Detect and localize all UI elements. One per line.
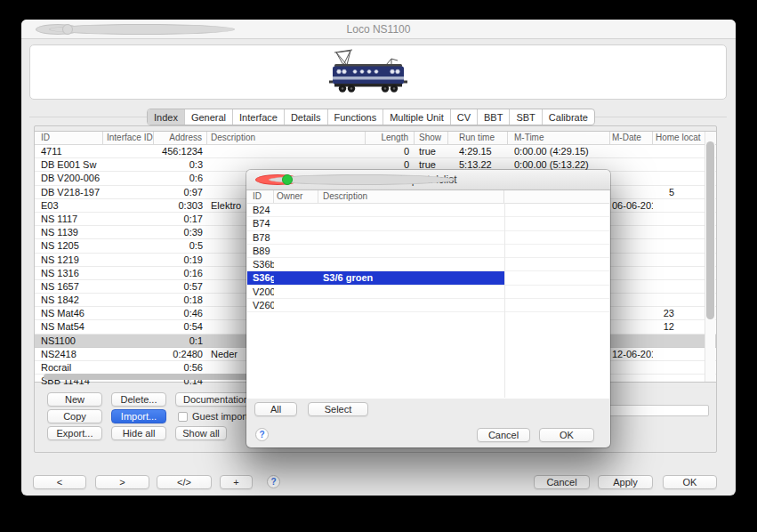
cell-interface_id: [103, 307, 154, 319]
cell-owner: [274, 271, 318, 284]
col-header-m-time[interactable]: M-Time: [508, 132, 610, 144]
vertical-scrollbar-thumb[interactable]: [706, 141, 714, 319]
cell-description: [318, 217, 504, 230]
col-header-run-time[interactable]: Run time: [448, 132, 508, 144]
export-button[interactable]: Export...: [47, 426, 102, 440]
cell-home: 12: [653, 320, 708, 333]
cell-m_date: [610, 280, 653, 293]
cell-owner: [274, 245, 318, 257]
cell-id: B78: [247, 231, 274, 244]
import-list-row[interactable]: B74: [247, 217, 609, 230]
dialog-ok-button[interactable]: OK: [539, 428, 594, 442]
cell-address: 0:18: [154, 294, 207, 306]
dialog-titlebar[interactable]: Import: lclist: [246, 170, 610, 190]
cell-home: 23: [653, 307, 708, 319]
dialog-help-button[interactable]: ?: [255, 428, 269, 441]
cell-m_date: [610, 267, 653, 279]
dialog-zoom-button[interactable]: [282, 174, 293, 185]
col-header-description[interactable]: Description: [207, 132, 366, 144]
cell-m_date: [610, 307, 653, 319]
dialog-minimize-button[interactable]: [269, 174, 455, 185]
dialog-cancel-button[interactable]: Cancel: [477, 428, 530, 442]
cell-interface_id: [103, 348, 154, 360]
tab-sbt[interactable]: SBT: [510, 109, 542, 125]
loco-table-row[interactable]: 4711456:12340true4:29.150:00.00 (4:29.15…: [35, 145, 716, 158]
col-header-interface-id[interactable]: Interface ID: [103, 132, 154, 144]
col-header-m-date[interactable]: M-Date: [610, 132, 653, 144]
cell-id: 4711: [35, 145, 103, 157]
select-button[interactable]: Select: [308, 402, 368, 416]
loco-image-panel: [29, 44, 727, 100]
tab-cv[interactable]: CV: [451, 109, 478, 125]
tab-bbt[interactable]: BBT: [478, 109, 510, 125]
apply-button[interactable]: Apply: [598, 475, 653, 489]
ok-button[interactable]: OK: [663, 475, 717, 489]
tab-interface[interactable]: Interface: [233, 109, 285, 125]
cell-id: E03: [35, 199, 103, 212]
cell-id: NS1100: [35, 335, 103, 347]
import-button[interactable]: Import...: [111, 409, 166, 423]
tab-details[interactable]: Details: [285, 109, 328, 125]
col-header-address[interactable]: Address: [154, 132, 207, 144]
cell-m_date: [610, 145, 653, 157]
vertical-scrollbar[interactable]: [705, 132, 715, 382]
cell-id: NS2418: [35, 348, 103, 360]
loco-table-header: ID Interface ID Address Description Leng…: [35, 132, 716, 145]
zoom-button[interactable]: [62, 24, 73, 35]
import-list-row[interactable]: S36b: [247, 258, 609, 271]
tab-functions[interactable]: Functions: [328, 109, 384, 125]
tab-general[interactable]: General: [185, 109, 233, 125]
col-header-length[interactable]: Length: [366, 132, 415, 144]
cell-m_date: 12-06-2015: [610, 348, 653, 360]
cell-m_date: [610, 186, 653, 198]
cell-description: [318, 258, 504, 270]
cell-length: 0: [366, 145, 415, 157]
col-header-description[interactable]: Description: [318, 190, 504, 203]
cell-description: [318, 286, 504, 298]
import-list-row[interactable]: B78: [247, 231, 609, 245]
import-list-row[interactable]: V200: [247, 286, 609, 299]
col-header-home-location[interactable]: Home locat: [653, 132, 708, 144]
cell-interface_id: [103, 335, 154, 347]
col-header-show[interactable]: Show: [415, 132, 448, 144]
minimize-button[interactable]: [49, 24, 235, 35]
cell-description: [318, 299, 504, 311]
delete-button[interactable]: Delete...: [111, 392, 166, 407]
add-button[interactable]: +: [220, 475, 253, 489]
tab-index[interactable]: Index: [148, 109, 185, 125]
tab-multiple-unit[interactable]: Multiple Unit: [383, 109, 451, 125]
tab-calibrate[interactable]: Calibrate: [543, 109, 594, 125]
cell-id: S36g: [247, 271, 274, 284]
window-titlebar[interactable]: Loco NS1100: [21, 20, 736, 39]
cell-m_date: [610, 213, 653, 225]
documentation-button[interactable]: Documentation: [175, 392, 257, 407]
col-header-id[interactable]: ID: [35, 132, 103, 144]
cancel-button[interactable]: Cancel: [534, 475, 590, 489]
prev-button[interactable]: <: [33, 475, 86, 489]
cell-interface_id: [103, 186, 154, 198]
cell-owner: [274, 258, 318, 270]
cell-run_time: 4:29.15: [448, 145, 508, 157]
import-list-row[interactable]: S36gS3/6 groen: [247, 271, 609, 285]
import-list-row[interactable]: B24: [247, 204, 609, 217]
hide-all-button[interactable]: Hide all: [111, 426, 166, 440]
cell-id: NS Mat46: [35, 307, 103, 319]
cell-id: DB E001 Sw: [35, 158, 103, 171]
cell-home: [653, 335, 708, 347]
next-button[interactable]: >: [95, 475, 149, 489]
guest-import-checkbox[interactable]: [178, 412, 188, 422]
cell-m_date: [610, 294, 653, 306]
col-header-owner[interactable]: Owner: [274, 190, 318, 203]
help-button[interactable]: ?: [267, 475, 280, 488]
all-button[interactable]: All: [254, 402, 297, 416]
new-button[interactable]: New: [47, 392, 102, 407]
import-list-row[interactable]: B89: [247, 245, 609, 258]
import-list-row[interactable]: V260: [247, 299, 609, 312]
cell-home: [653, 145, 708, 157]
code-view-button[interactable]: </>: [157, 475, 212, 489]
col-header-id[interactable]: ID: [247, 190, 274, 203]
cell-id: NS Mat54: [35, 320, 103, 333]
show-all-button[interactable]: Show all: [175, 426, 227, 440]
copy-button[interactable]: Copy: [47, 409, 102, 423]
cell-interface_id: [103, 280, 154, 293]
